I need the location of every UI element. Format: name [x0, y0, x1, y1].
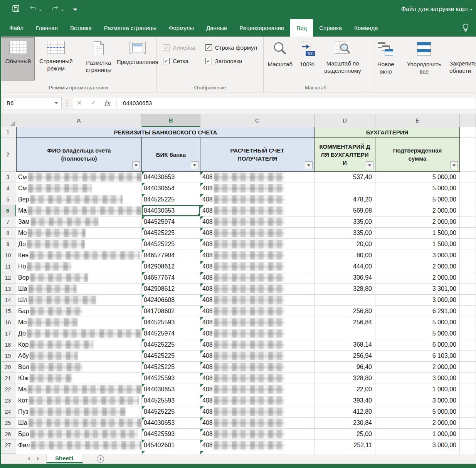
cell-comment[interactable]: 25,00	[315, 429, 375, 440]
cell-owner-name[interactable]: Абу	[16, 351, 142, 362]
page-layout-view-button[interactable]: Разметка страницы	[77, 37, 120, 81]
cell-owner-name[interactable]: До	[16, 328, 142, 339]
cell-empty[interactable]	[460, 239, 476, 250]
row-number[interactable]: 6	[0, 205, 16, 216]
zoom-to-selection-button[interactable]: Масштаб по выделенному	[319, 37, 366, 81]
cell-bik[interactable]: 044030654	[142, 183, 200, 194]
cell-amount[interactable]: 1 500,00	[375, 239, 460, 250]
column-header-d[interactable]: D	[315, 114, 375, 127]
tab-help[interactable]: Справка	[313, 19, 348, 37]
cell-empty[interactable]	[460, 272, 476, 283]
cell-bik[interactable]: 044525974	[142, 328, 200, 339]
freeze-panes-button[interactable]: Закрепить области	[446, 37, 476, 81]
cell-account[interactable]: 408	[200, 261, 315, 272]
row-number[interactable]: 23	[0, 395, 16, 406]
cell-account[interactable]: 408	[200, 295, 315, 306]
cell-bik[interactable]: 044525225	[142, 351, 200, 362]
cell-account[interactable]: 408	[200, 172, 315, 183]
sheet-nav-right-icon[interactable]	[37, 457, 39, 461]
row-number[interactable]: 26	[0, 429, 16, 440]
tab-team[interactable]: Команда	[348, 19, 384, 37]
row-number[interactable]: 3	[0, 172, 16, 183]
cell-account[interactable]: 408	[200, 239, 315, 250]
cell-empty[interactable]	[460, 205, 476, 216]
cell-bik[interactable]: 044525225	[142, 362, 200, 373]
filter-dropdown-icon[interactable]	[366, 161, 373, 169]
cell-comment[interactable]: 256,94	[315, 351, 375, 362]
row-number[interactable]: 11	[0, 261, 16, 272]
cell-account[interactable]: 408	[200, 384, 315, 395]
tab-formulas[interactable]: Формулы	[163, 19, 200, 37]
row-number[interactable]: 27	[0, 440, 16, 451]
cell-amount[interactable]: 1 000,00	[375, 384, 460, 395]
headings-checkbox[interactable]: ✓ Заголовки	[205, 58, 257, 64]
row-number[interactable]: 8	[0, 228, 16, 239]
filter-dropdown-icon[interactable]	[191, 161, 198, 169]
cell-bik[interactable]: 044525225	[142, 194, 200, 205]
cell-owner-name[interactable]: Шл	[16, 295, 142, 306]
cell-empty[interactable]	[460, 183, 476, 194]
cell-comment[interactable]: 256,84	[315, 317, 375, 328]
cell-owner-name[interactable]: Бро	[16, 429, 142, 440]
cell-owner-name[interactable]: Ша	[16, 418, 142, 429]
cell-owner-name[interactable]: Но	[16, 261, 142, 272]
cell-empty[interactable]	[460, 362, 476, 373]
cell-amount[interactable]: 6 000,00	[375, 339, 460, 351]
row-number[interactable]: 14	[0, 295, 16, 306]
zoom-100-button[interactable]: 100 100%	[295, 37, 319, 81]
cell-bik[interactable]: 044525225	[142, 228, 200, 239]
cell-empty[interactable]	[460, 261, 476, 272]
cell-comment[interactable]	[315, 295, 375, 306]
custom-views-button[interactable]: Представления	[120, 37, 155, 81]
cell-account[interactable]: 408	[200, 194, 315, 205]
cell-account[interactable]: 408	[200, 228, 315, 239]
column-header-c[interactable]: C	[200, 114, 315, 127]
cell-bik[interactable]: 046577674	[142, 272, 200, 283]
cell-owner-name[interactable]: До	[16, 239, 142, 250]
new-window-button[interactable]: Новое окно	[370, 37, 402, 81]
cell-amount[interactable]: 1 000,00	[375, 429, 460, 440]
cell-amount[interactable]: 3 000,00	[375, 395, 460, 406]
row-number[interactable]: 1	[0, 127, 16, 138]
cell-comment[interactable]: 478,20	[315, 194, 375, 205]
cell-amount[interactable]: 5 000,00	[375, 328, 460, 339]
row-number[interactable]: 18	[0, 339, 16, 351]
customize-quick-access-icon[interactable]	[73, 8, 77, 11]
cell-owner-name[interactable]: Юж	[16, 373, 142, 384]
cell-comment[interactable]: 368,14	[315, 339, 375, 351]
cell-bik[interactable]: 044030653	[142, 205, 200, 216]
cell-amount[interactable]: 5 000,00	[375, 183, 460, 194]
filter-dropdown-icon[interactable]	[132, 161, 140, 169]
cell-empty[interactable]	[460, 228, 476, 239]
cell-owner-name[interactable]: Кот	[16, 395, 142, 406]
cell-bik[interactable]: 044525593	[142, 317, 200, 328]
redo-icon[interactable]	[50, 4, 60, 14]
cell-account[interactable]: 408	[200, 339, 315, 351]
cell-bik[interactable]: 046577904	[142, 250, 200, 261]
cell-bik[interactable]: 044030653	[142, 418, 200, 429]
formula-bar-resize-handle[interactable]	[62, 100, 72, 106]
cell-empty[interactable]	[460, 216, 476, 228]
cell-amount[interactable]: 5 000,00	[375, 317, 460, 328]
cell-bik[interactable]: 044525974	[142, 216, 200, 228]
cell-empty[interactable]	[375, 451, 460, 454]
cell-owner-name[interactable]: Фил	[16, 440, 142, 451]
row-number[interactable]	[0, 451, 16, 454]
cell-owner-name[interactable]: Вер	[16, 194, 142, 205]
row-number[interactable]: 13	[0, 283, 16, 295]
row-number[interactable]: 10	[0, 250, 16, 261]
cell-amount[interactable]: 1 500,00	[375, 228, 460, 239]
cell-owner-name[interactable]: См	[16, 172, 142, 183]
cell-comment[interactable]: 230,84	[315, 418, 375, 429]
cell-comment[interactable]: 444,00	[315, 261, 375, 272]
row-number[interactable]: 7	[0, 216, 16, 228]
cell-owner-name[interactable]: Зам	[16, 216, 142, 228]
tab-home[interactable]: Главная	[30, 19, 64, 37]
column-header-e[interactable]: E	[375, 114, 460, 127]
cell-comment[interactable]: 80,00	[315, 250, 375, 261]
cell-comment[interactable]: 20,00	[315, 239, 375, 250]
row-number[interactable]: 20	[0, 362, 16, 373]
cell-account[interactable]: 408	[200, 373, 315, 384]
tab-page-layout[interactable]: Разметка страницы	[98, 19, 163, 37]
cell-owner-name[interactable]: Пуз	[16, 406, 142, 418]
